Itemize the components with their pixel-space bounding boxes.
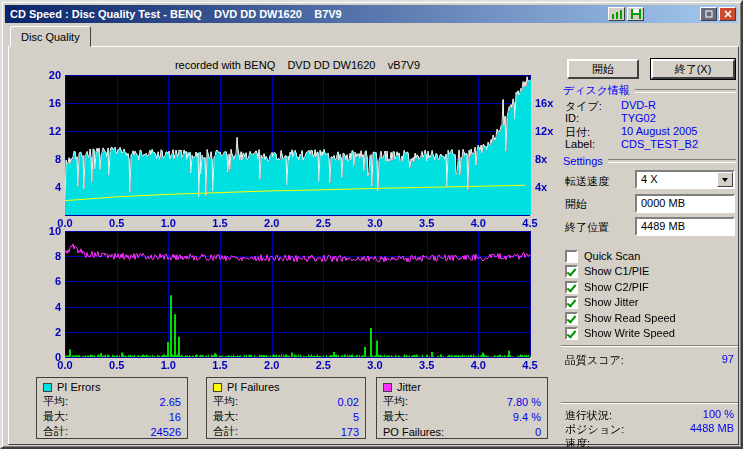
pi-errors-legend-swatch	[43, 383, 52, 392]
checkbox-show-c2-pif[interactable]: Show C2/PIF	[565, 280, 738, 294]
stat-row: 最大:9.4 %	[383, 409, 541, 424]
checkbox-show-c1-pie[interactable]: Show C1/PIE	[565, 264, 738, 278]
pi-errors-panel: PI Errors 平均:2.65 最大:16 合計:24526	[36, 377, 188, 439]
checkbox-show-write-speed[interactable]: Show Write Speed	[565, 326, 738, 340]
close-icon	[724, 10, 732, 18]
disc-info-heading: ディスク情報	[563, 83, 736, 98]
pi-failures-panel: PI Failures 平均:0.02 最大:5 合計:173	[206, 377, 366, 439]
speed-select[interactable]: 4 X	[635, 170, 735, 189]
checkbox-icon	[565, 327, 578, 340]
tab-page: recorded with BENQ DVD DD DW1620 vB7V9 P…	[8, 46, 739, 445]
end-position-input[interactable]: 4489 MB	[635, 217, 735, 236]
chevron-down-icon[interactable]	[717, 172, 733, 187]
save-icon-button[interactable]	[627, 7, 644, 21]
position-row: ポジション:4488 MB	[565, 422, 734, 437]
divider	[561, 345, 738, 347]
start-position-label: 開始	[565, 197, 587, 212]
settings-heading: Settings	[563, 155, 736, 167]
pi-failures-header: PI Failures	[213, 380, 359, 394]
chart-icon-button[interactable]	[608, 7, 625, 21]
disc-label-row: Label:CDS_TEST_B2	[565, 138, 736, 150]
stat-row: 合計:173	[213, 424, 359, 439]
checkbox-icon	[565, 296, 578, 309]
speed-label: 転送速度	[565, 174, 609, 189]
pi-errors-title: PI Errors	[57, 381, 100, 393]
stat-row: 最大:5	[213, 409, 359, 424]
minimize-button[interactable]	[700, 7, 717, 21]
checkbox-icon	[565, 312, 578, 325]
stat-row: PO Failures:0	[383, 424, 541, 439]
jitter-chart	[31, 225, 557, 375]
pi-errors-header: PI Errors	[43, 380, 181, 394]
checkbox-show-read-speed[interactable]: Show Read Speed	[565, 311, 738, 325]
stat-row: 平均:2.65	[43, 394, 181, 409]
stat-row: 平均:0.02	[213, 394, 359, 409]
minimize-icon	[705, 10, 713, 18]
end-position-label: 終了位置	[565, 220, 609, 235]
bar-chart-icon	[612, 10, 622, 19]
quality-score-row: 品質スコア:97	[565, 353, 734, 368]
window-title: CD Speed : Disc Quality Test - BENQ DVD …	[10, 8, 342, 20]
titlebar-buttons	[608, 7, 738, 21]
checkbox-quick-scan[interactable]: Quick Scan	[565, 249, 738, 263]
start-button[interactable]: 開始	[567, 59, 639, 79]
stat-row: 最大:16	[43, 409, 181, 424]
floppy-disk-icon	[631, 9, 641, 19]
jitter-panel: Jitter 平均:7.80 % 最大:9.4 % PO Failures:0	[376, 377, 548, 439]
progress-row: 進行状況:100 %	[565, 408, 734, 423]
jitter-legend-swatch	[383, 383, 392, 392]
quality-chart	[31, 71, 557, 233]
stat-row: 平均:7.80 %	[383, 394, 541, 409]
stat-row: 合計:24526	[43, 424, 181, 439]
exit-button[interactable]: 終了(X)	[651, 59, 735, 79]
close-button[interactable]	[719, 7, 736, 21]
checkbox-icon	[565, 265, 578, 278]
tab-disc-quality[interactable]: Disc Quality	[10, 26, 91, 47]
checkbox-show-jitter[interactable]: Show Jitter	[565, 295, 738, 309]
tab-label: Disc Quality	[21, 31, 80, 43]
pi-failures-title: PI Failures	[227, 381, 280, 393]
speed-select-value: 4 X	[637, 172, 717, 187]
checkbox-icon	[565, 250, 578, 263]
titlebar[interactable]: CD Speed : Disc Quality Test - BENQ DVD …	[5, 5, 738, 23]
checkbox-icon	[565, 281, 578, 294]
pi-failures-legend-swatch	[213, 383, 222, 392]
disc-id-row: ID:TYG02	[565, 112, 736, 124]
app-window: CD Speed : Disc Quality Test - BENQ DVD …	[0, 0, 743, 449]
speed-row: 速度:	[565, 436, 734, 449]
divider	[561, 402, 738, 404]
chart-title: recorded with BENQ DVD DD DW1620 vB7V9	[65, 59, 530, 71]
start-position-input[interactable]: 0000 MB	[635, 194, 735, 213]
jitter-header: Jitter	[383, 380, 541, 394]
jitter-title: Jitter	[397, 381, 421, 393]
right-panel: 開始 終了(X) ディスク情報 タイプ:DVD-R ID:TYG02 日付:10…	[559, 53, 740, 445]
